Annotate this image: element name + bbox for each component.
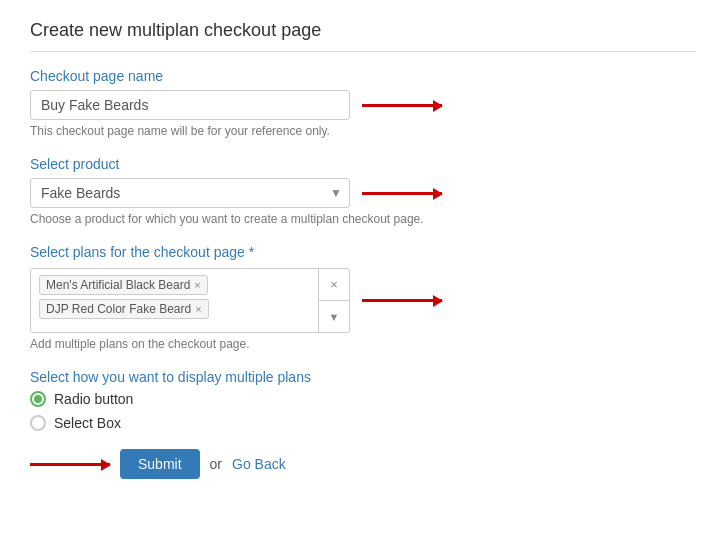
checkout-name-label: Checkout page name bbox=[30, 68, 696, 84]
multiselect-controls: × ▼ bbox=[318, 269, 349, 332]
radio-input-select-box[interactable] bbox=[30, 415, 46, 431]
arrow-3 bbox=[362, 299, 442, 302]
multiselect-clear-btn[interactable]: × bbox=[319, 269, 349, 301]
radio-item-select-box[interactable]: Select Box bbox=[30, 415, 696, 431]
page-title: Create new multiplan checkout page bbox=[30, 20, 696, 52]
tag-mens-beard: Men's Artificial Black Beard × bbox=[39, 275, 208, 295]
submit-button[interactable]: Submit bbox=[120, 449, 200, 479]
submit-arrow bbox=[30, 463, 110, 466]
tag-label: Men's Artificial Black Beard bbox=[46, 278, 190, 292]
select-plans-section: Select plans for the checkout page * Men… bbox=[30, 244, 696, 351]
tag-djp-beard: DJP Red Color Fake Beard × bbox=[39, 299, 209, 319]
radio-item-radio-button[interactable]: Radio button bbox=[30, 391, 696, 407]
arrow-right-icon bbox=[362, 104, 442, 107]
product-select-wrapper: Fake Beards ▼ bbox=[30, 178, 350, 208]
checkout-name-input[interactable] bbox=[30, 90, 350, 120]
or-text: or bbox=[210, 456, 222, 472]
radio-input-radio-button[interactable] bbox=[30, 391, 46, 407]
submit-row: Submit or Go Back bbox=[30, 449, 696, 479]
radio-label-select-box: Select Box bbox=[54, 415, 121, 431]
plans-tags: Men's Artificial Black Beard × DJP Red C… bbox=[39, 275, 341, 319]
display-section: Select how you want to display multiple … bbox=[30, 369, 696, 431]
go-back-link[interactable]: Go Back bbox=[232, 456, 286, 472]
checkout-name-input-row bbox=[30, 90, 696, 120]
arrow-right-icon-4 bbox=[30, 463, 110, 466]
tag-close-icon[interactable]: × bbox=[194, 279, 200, 291]
radio-label-radio-button: Radio button bbox=[54, 391, 133, 407]
product-select[interactable]: Fake Beards bbox=[30, 178, 350, 208]
arrow-right-icon-2 bbox=[362, 192, 442, 195]
multiselect-dropdown-btn[interactable]: ▼ bbox=[319, 301, 349, 332]
checkout-name-section: Checkout page name This checkout page na… bbox=[30, 68, 696, 138]
required-indicator: * bbox=[249, 244, 254, 260]
select-product-input-row: Fake Beards ▼ bbox=[30, 178, 696, 208]
tag-label-2: DJP Red Color Fake Beard bbox=[46, 302, 191, 316]
plans-multiselect[interactable]: Men's Artificial Black Beard × DJP Red C… bbox=[30, 268, 350, 333]
select-plans-input-row: Men's Artificial Black Beard × DJP Red C… bbox=[30, 268, 696, 333]
checkout-name-hint: This checkout page name will be for your… bbox=[30, 124, 696, 138]
select-product-section: Select product Fake Beards ▼ Choose a pr… bbox=[30, 156, 696, 226]
display-label: Select how you want to display multiple … bbox=[30, 369, 696, 385]
arrow-right-icon-3 bbox=[362, 299, 442, 302]
radio-group: Radio button Select Box bbox=[30, 391, 696, 431]
select-product-label: Select product bbox=[30, 156, 696, 172]
tag-close-icon-2[interactable]: × bbox=[195, 303, 201, 315]
select-product-hint: Choose a product for which you want to c… bbox=[30, 212, 696, 226]
arrow-2 bbox=[362, 192, 442, 195]
select-plans-label: Select plans for the checkout page * bbox=[30, 244, 696, 260]
select-plans-hint: Add multiple plans on the checkout page. bbox=[30, 337, 696, 351]
arrow-1 bbox=[362, 104, 442, 107]
